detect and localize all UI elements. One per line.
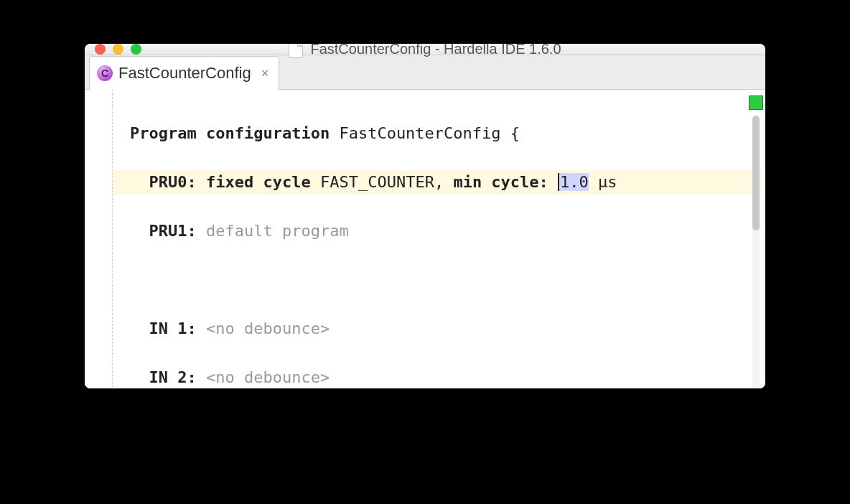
code-line-header: Program configuration FastCounterConfig … [127, 121, 747, 146]
minimize-window-button[interactable] [113, 44, 123, 55]
in2-label: IN 2: [149, 368, 197, 386]
config-file-icon: C [97, 65, 113, 81]
scrollbar-thumb[interactable] [752, 116, 760, 230]
blank-line [127, 268, 747, 292]
code-line-pru1[interactable]: PRU1: default program [127, 219, 747, 243]
unit-microseconds: µs [598, 173, 617, 191]
pru0-label: PRU0: [149, 173, 197, 191]
ide-window: FastCounterConfig - Hardella IDE 1.6.0 C… [85, 44, 765, 388]
editor-area: Program configuration FastCounterConfig … [85, 90, 765, 388]
config-name: FastCounterConfig [339, 124, 500, 142]
code-line-in2[interactable]: IN 2: <no debounce> [127, 365, 747, 388]
tabbar: C FastCounterConfig × [85, 55, 765, 90]
keyword-fixed-cycle: fixed cycle [206, 173, 311, 191]
traffic-lights [85, 44, 141, 55]
close-tab-button[interactable]: × [261, 66, 269, 81]
min-cycle-value[interactable]: 1.0 [558, 173, 589, 191]
pru1-value: default program [206, 222, 349, 240]
code-editor[interactable]: Program configuration FastCounterConfig … [113, 90, 747, 388]
code-line-in1[interactable]: IN 1: <no debounce> [127, 317, 747, 341]
comma: , [434, 173, 444, 191]
zoom-window-button[interactable] [131, 44, 141, 55]
in1-value: <no debounce> [206, 319, 330, 337]
tab-fastcounterconfig[interactable]: C FastCounterConfig × [89, 56, 279, 90]
editor-right-strip [747, 90, 765, 388]
in2-value: <no debounce> [206, 368, 330, 386]
gutter [85, 90, 113, 388]
close-window-button[interactable] [95, 44, 106, 55]
in1-label: IN 1: [149, 319, 197, 337]
tab-label: FastCounterConfig [118, 64, 251, 83]
open-brace: { [510, 124, 520, 142]
scrollbar[interactable] [752, 116, 760, 388]
keyword-min-cycle: min cycle: [453, 173, 548, 191]
titlebar: FastCounterConfig - Hardella IDE 1.6.0 [85, 44, 765, 55]
pru0-program: FAST_COUNTER [320, 173, 434, 191]
pru1-label: PRU1: [149, 222, 197, 240]
code-line-pru0[interactable]: PRU0: fixed cycle FAST_COUNTER, min cycl… [113, 170, 761, 195]
validation-status-icon[interactable] [749, 95, 763, 110]
keyword-program-configuration: Program configuration [130, 124, 330, 142]
